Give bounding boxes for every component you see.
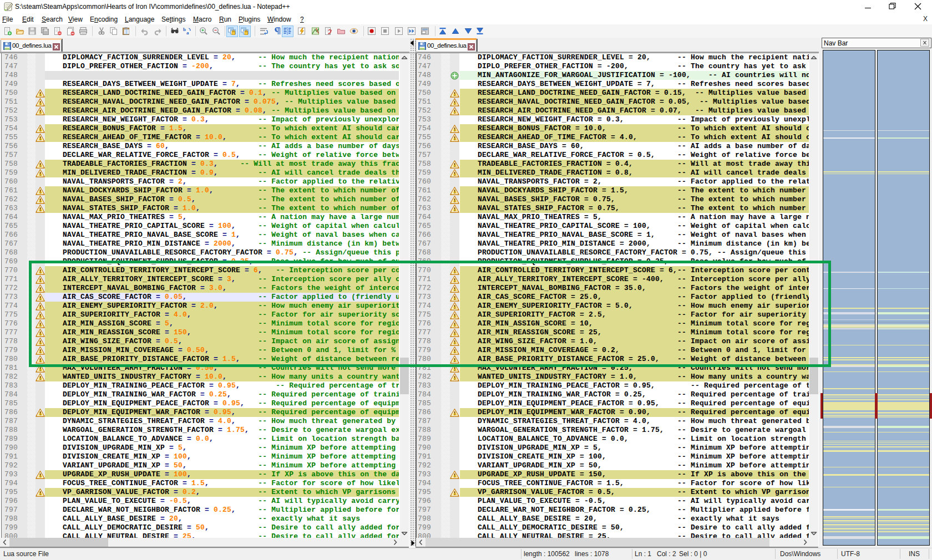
- svg-text:a: a: [186, 30, 189, 35]
- svg-text:b: b: [183, 27, 186, 32]
